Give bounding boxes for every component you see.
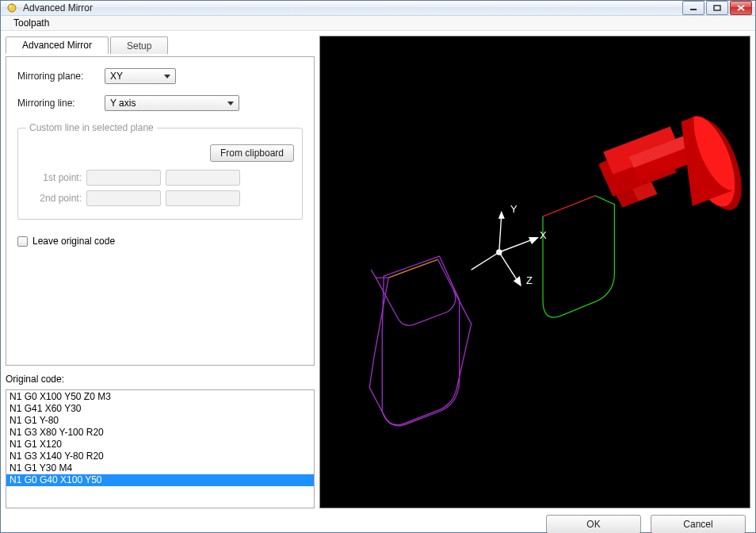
tab-setup[interactable]: Setup	[110, 36, 168, 54]
pt2-y-input	[166, 190, 240, 206]
maximize-button[interactable]	[706, 1, 728, 15]
mirroring-plane-value: XY	[110, 71, 123, 82]
mirroring-plane-select[interactable]: XY	[105, 68, 176, 84]
svg-line-9	[499, 239, 535, 252]
custom-line-group: Custom line in selected plane From clipb…	[17, 122, 303, 220]
tab-advanced-mirror[interactable]: Advanced Mirror	[6, 36, 109, 54]
svg-line-13	[472, 252, 499, 270]
code-line[interactable]: N1 G1 X120	[6, 439, 314, 451]
menubar: Toolpath	[1, 16, 755, 31]
svg-point-1	[10, 6, 11, 7]
mirroring-plane-label: Mirroring plane:	[17, 71, 105, 82]
svg-line-11	[499, 252, 519, 283]
mirroring-line-select[interactable]: Y axis	[105, 95, 239, 111]
code-line[interactable]: N1 G3 X140 Y-80 R20	[6, 451, 314, 462]
app-window: Advanced Mirror Toolpath Advanced Mirror…	[0, 0, 756, 533]
custom-line-legend: Custom line in selected plane	[26, 122, 157, 133]
pt2-x-input	[86, 190, 161, 206]
viewport-svg	[320, 36, 750, 508]
leave-original-checkbox[interactable]	[17, 236, 28, 247]
3d-viewport[interactable]: Y X Z	[319, 36, 750, 508]
tab-panel-advanced-mirror: Mirroring plane: XY Mirroring line: Y ax…	[6, 56, 315, 366]
titlebar[interactable]: Advanced Mirror	[1, 1, 755, 16]
pt2-label: 2nd point:	[26, 193, 82, 204]
tabstrip: Advanced Mirror Setup	[6, 36, 315, 53]
axis-y-label: Y	[510, 203, 517, 215]
app-icon	[6, 2, 18, 14]
mirroring-line-label: Mirroring line:	[17, 98, 105, 109]
leave-original-label: Leave original code	[32, 236, 115, 247]
code-line[interactable]: N1 G1 Y30 M4	[6, 462, 314, 474]
code-line[interactable]: N1 G1 Y-80	[6, 415, 314, 427]
svg-line-7	[499, 214, 502, 252]
svg-marker-12	[514, 276, 521, 286]
close-button[interactable]	[730, 1, 752, 15]
client-area: Advanced Mirror Setup Mirroring plane: X…	[1, 31, 755, 533]
svg-point-0	[8, 4, 16, 12]
menu-toolpath[interactable]: Toolpath	[7, 16, 55, 30]
pt1-y-input	[166, 170, 240, 186]
code-line[interactable]: N1 G3 X80 Y-100 R20	[6, 427, 314, 439]
from-clipboard-button[interactable]: From clipboard	[210, 144, 294, 162]
ok-button[interactable]: OK	[546, 515, 641, 533]
pt1-label: 1st point:	[26, 172, 82, 183]
window-controls	[682, 1, 752, 15]
original-code-list[interactable]: N1 G0 X100 Y50 Z0 M3N1 G41 X60 Y30N1 G1 …	[6, 389, 315, 508]
axis-z-label: Z	[526, 274, 533, 286]
minimize-button[interactable]	[682, 1, 704, 15]
code-line[interactable]: N1 G41 X60 Y30	[6, 403, 314, 415]
window-title: Advanced Mirror	[23, 2, 682, 13]
pt1-x-input	[86, 170, 161, 186]
svg-marker-8	[498, 211, 505, 219]
axis-x-label: X	[540, 229, 547, 241]
code-line[interactable]: N1 G0 G40 X100 Y50	[6, 474, 314, 486]
original-code-label: Original code:	[6, 374, 315, 385]
dialog-footer: OK Cancel	[6, 508, 750, 533]
code-line[interactable]: N1 G0 X100 Y50 Z0 M3	[6, 391, 314, 403]
cancel-button[interactable]: Cancel	[651, 515, 746, 533]
mirroring-line-value: Y axis	[110, 98, 136, 109]
svg-rect-3	[714, 6, 720, 10]
